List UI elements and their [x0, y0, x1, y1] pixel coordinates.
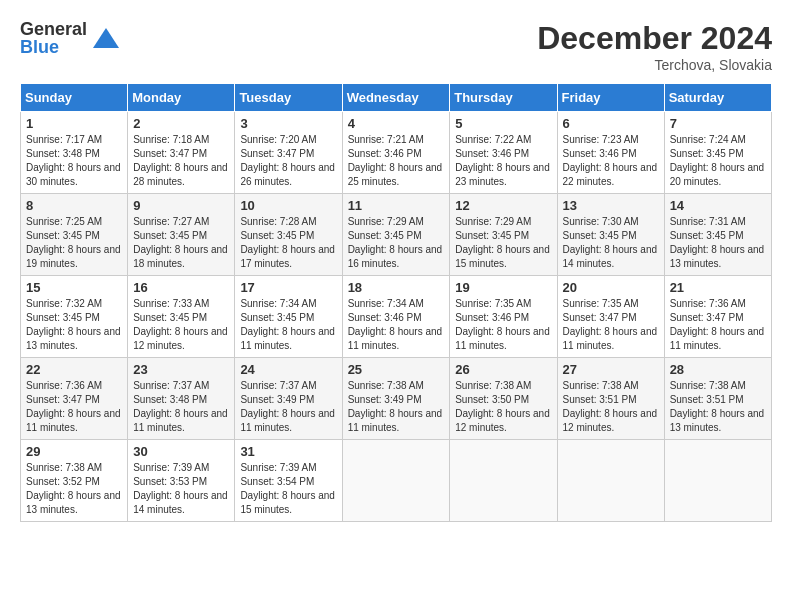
calendar-cell: 6 Sunrise: 7:23 AMSunset: 3:46 PMDayligh…	[557, 112, 664, 194]
calendar-week-row: 29 Sunrise: 7:38 AMSunset: 3:52 PMDaylig…	[21, 440, 772, 522]
day-number: 2	[133, 116, 229, 131]
calendar-header-row: SundayMondayTuesdayWednesdayThursdayFrid…	[21, 84, 772, 112]
logo-blue-text: Blue	[20, 38, 87, 56]
calendar: SundayMondayTuesdayWednesdayThursdayFrid…	[20, 83, 772, 522]
calendar-cell: 22 Sunrise: 7:36 AMSunset: 3:47 PMDaylig…	[21, 358, 128, 440]
calendar-cell	[450, 440, 557, 522]
day-number: 4	[348, 116, 445, 131]
day-number: 30	[133, 444, 229, 459]
day-info: Sunrise: 7:22 AMSunset: 3:46 PMDaylight:…	[455, 134, 550, 187]
day-number: 6	[563, 116, 659, 131]
day-number: 31	[240, 444, 336, 459]
day-info: Sunrise: 7:34 AMSunset: 3:46 PMDaylight:…	[348, 298, 443, 351]
day-info: Sunrise: 7:34 AMSunset: 3:45 PMDaylight:…	[240, 298, 335, 351]
calendar-cell: 29 Sunrise: 7:38 AMSunset: 3:52 PMDaylig…	[21, 440, 128, 522]
calendar-cell: 2 Sunrise: 7:18 AMSunset: 3:47 PMDayligh…	[128, 112, 235, 194]
calendar-cell	[664, 440, 771, 522]
calendar-cell: 28 Sunrise: 7:38 AMSunset: 3:51 PMDaylig…	[664, 358, 771, 440]
day-info: Sunrise: 7:29 AMSunset: 3:45 PMDaylight:…	[455, 216, 550, 269]
day-info: Sunrise: 7:30 AMSunset: 3:45 PMDaylight:…	[563, 216, 658, 269]
day-info: Sunrise: 7:37 AMSunset: 3:49 PMDaylight:…	[240, 380, 335, 433]
day-info: Sunrise: 7:32 AMSunset: 3:45 PMDaylight:…	[26, 298, 121, 351]
header-thursday: Thursday	[450, 84, 557, 112]
calendar-cell: 11 Sunrise: 7:29 AMSunset: 3:45 PMDaylig…	[342, 194, 450, 276]
day-number: 28	[670, 362, 766, 377]
header-saturday: Saturday	[664, 84, 771, 112]
calendar-cell: 3 Sunrise: 7:20 AMSunset: 3:47 PMDayligh…	[235, 112, 342, 194]
calendar-cell: 7 Sunrise: 7:24 AMSunset: 3:45 PMDayligh…	[664, 112, 771, 194]
day-info: Sunrise: 7:25 AMSunset: 3:45 PMDaylight:…	[26, 216, 121, 269]
calendar-cell	[557, 440, 664, 522]
day-number: 8	[26, 198, 122, 213]
calendar-week-row: 22 Sunrise: 7:36 AMSunset: 3:47 PMDaylig…	[21, 358, 772, 440]
logo: General Blue	[20, 20, 121, 56]
day-number: 9	[133, 198, 229, 213]
calendar-cell: 24 Sunrise: 7:37 AMSunset: 3:49 PMDaylig…	[235, 358, 342, 440]
header-sunday: Sunday	[21, 84, 128, 112]
day-info: Sunrise: 7:27 AMSunset: 3:45 PMDaylight:…	[133, 216, 228, 269]
day-info: Sunrise: 7:24 AMSunset: 3:45 PMDaylight:…	[670, 134, 765, 187]
day-number: 25	[348, 362, 445, 377]
day-number: 15	[26, 280, 122, 295]
calendar-cell: 15 Sunrise: 7:32 AMSunset: 3:45 PMDaylig…	[21, 276, 128, 358]
header-friday: Friday	[557, 84, 664, 112]
day-info: Sunrise: 7:20 AMSunset: 3:47 PMDaylight:…	[240, 134, 335, 187]
header-monday: Monday	[128, 84, 235, 112]
day-number: 7	[670, 116, 766, 131]
day-number: 27	[563, 362, 659, 377]
logo-general-text: General	[20, 20, 87, 38]
day-info: Sunrise: 7:38 AMSunset: 3:50 PMDaylight:…	[455, 380, 550, 433]
day-info: Sunrise: 7:39 AMSunset: 3:53 PMDaylight:…	[133, 462, 228, 515]
day-info: Sunrise: 7:36 AMSunset: 3:47 PMDaylight:…	[26, 380, 121, 433]
day-info: Sunrise: 7:38 AMSunset: 3:52 PMDaylight:…	[26, 462, 121, 515]
day-number: 18	[348, 280, 445, 295]
calendar-cell: 17 Sunrise: 7:34 AMSunset: 3:45 PMDaylig…	[235, 276, 342, 358]
calendar-week-row: 8 Sunrise: 7:25 AMSunset: 3:45 PMDayligh…	[21, 194, 772, 276]
day-number: 21	[670, 280, 766, 295]
title-area: December 2024 Terchova, Slovakia	[537, 20, 772, 73]
day-number: 29	[26, 444, 122, 459]
calendar-cell: 8 Sunrise: 7:25 AMSunset: 3:45 PMDayligh…	[21, 194, 128, 276]
day-info: Sunrise: 7:38 AMSunset: 3:51 PMDaylight:…	[563, 380, 658, 433]
logo-icon	[91, 23, 121, 53]
calendar-week-row: 15 Sunrise: 7:32 AMSunset: 3:45 PMDaylig…	[21, 276, 772, 358]
day-number: 24	[240, 362, 336, 377]
day-info: Sunrise: 7:21 AMSunset: 3:46 PMDaylight:…	[348, 134, 443, 187]
day-number: 17	[240, 280, 336, 295]
calendar-cell: 27 Sunrise: 7:38 AMSunset: 3:51 PMDaylig…	[557, 358, 664, 440]
calendar-cell: 21 Sunrise: 7:36 AMSunset: 3:47 PMDaylig…	[664, 276, 771, 358]
calendar-cell: 20 Sunrise: 7:35 AMSunset: 3:47 PMDaylig…	[557, 276, 664, 358]
day-number: 20	[563, 280, 659, 295]
header-wednesday: Wednesday	[342, 84, 450, 112]
calendar-cell: 14 Sunrise: 7:31 AMSunset: 3:45 PMDaylig…	[664, 194, 771, 276]
day-info: Sunrise: 7:35 AMSunset: 3:46 PMDaylight:…	[455, 298, 550, 351]
day-info: Sunrise: 7:28 AMSunset: 3:45 PMDaylight:…	[240, 216, 335, 269]
calendar-cell	[342, 440, 450, 522]
day-number: 22	[26, 362, 122, 377]
header: General Blue December 2024 Terchova, Slo…	[20, 20, 772, 73]
header-tuesday: Tuesday	[235, 84, 342, 112]
calendar-cell: 12 Sunrise: 7:29 AMSunset: 3:45 PMDaylig…	[450, 194, 557, 276]
day-number: 23	[133, 362, 229, 377]
calendar-cell: 30 Sunrise: 7:39 AMSunset: 3:53 PMDaylig…	[128, 440, 235, 522]
calendar-cell: 5 Sunrise: 7:22 AMSunset: 3:46 PMDayligh…	[450, 112, 557, 194]
day-number: 14	[670, 198, 766, 213]
day-number: 11	[348, 198, 445, 213]
month-title: December 2024	[537, 20, 772, 57]
day-number: 10	[240, 198, 336, 213]
day-info: Sunrise: 7:39 AMSunset: 3:54 PMDaylight:…	[240, 462, 335, 515]
day-number: 13	[563, 198, 659, 213]
day-info: Sunrise: 7:37 AMSunset: 3:48 PMDaylight:…	[133, 380, 228, 433]
calendar-cell: 25 Sunrise: 7:38 AMSunset: 3:49 PMDaylig…	[342, 358, 450, 440]
day-info: Sunrise: 7:35 AMSunset: 3:47 PMDaylight:…	[563, 298, 658, 351]
calendar-cell: 23 Sunrise: 7:37 AMSunset: 3:48 PMDaylig…	[128, 358, 235, 440]
day-number: 5	[455, 116, 551, 131]
calendar-cell: 1 Sunrise: 7:17 AMSunset: 3:48 PMDayligh…	[21, 112, 128, 194]
calendar-cell: 26 Sunrise: 7:38 AMSunset: 3:50 PMDaylig…	[450, 358, 557, 440]
day-number: 16	[133, 280, 229, 295]
day-info: Sunrise: 7:29 AMSunset: 3:45 PMDaylight:…	[348, 216, 443, 269]
calendar-cell: 10 Sunrise: 7:28 AMSunset: 3:45 PMDaylig…	[235, 194, 342, 276]
day-info: Sunrise: 7:23 AMSunset: 3:46 PMDaylight:…	[563, 134, 658, 187]
calendar-cell: 18 Sunrise: 7:34 AMSunset: 3:46 PMDaylig…	[342, 276, 450, 358]
calendar-cell: 9 Sunrise: 7:27 AMSunset: 3:45 PMDayligh…	[128, 194, 235, 276]
